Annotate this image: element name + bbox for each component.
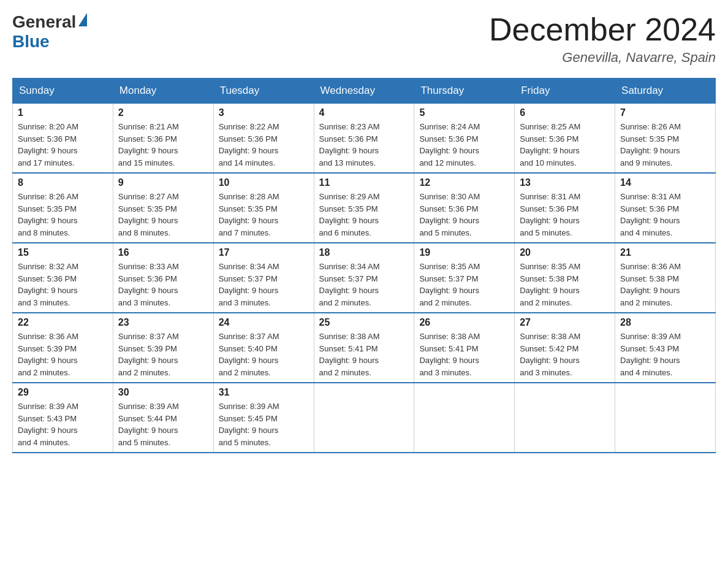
title-section: December 2024 Genevilla, Navarre, Spain [489,12,716,66]
logo: General Blue [12,12,87,52]
page-header: General Blue December 2024 Genevilla, Na… [12,12,716,66]
day-info: Sunrise: 8:37 AM Sunset: 5:40 PM Dayligh… [219,331,309,378]
logo-triangle-icon [78,13,87,26]
calendar-cell: 30 Sunrise: 8:39 AM Sunset: 5:44 PM Dayl… [113,383,213,453]
calendar-week-row: 29 Sunrise: 8:39 AM Sunset: 5:43 PM Dayl… [13,383,716,453]
day-number: 8 [18,177,108,188]
calendar-cell: 5 Sunrise: 8:24 AM Sunset: 5:36 PM Dayli… [414,104,515,174]
calendar-cell: 7 Sunrise: 8:26 AM Sunset: 5:35 PM Dayli… [615,104,716,174]
day-number: 21 [620,247,710,258]
day-number: 11 [319,177,409,188]
calendar-cell: 18 Sunrise: 8:34 AM Sunset: 5:37 PM Dayl… [314,243,414,313]
day-info: Sunrise: 8:21 AM Sunset: 5:36 PM Dayligh… [118,121,208,169]
day-number: 1 [18,107,108,118]
day-number: 12 [419,177,509,188]
day-number: 29 [18,387,108,398]
header-friday: Friday [515,79,615,104]
header-wednesday: Wednesday [314,79,414,104]
calendar-table: Sunday Monday Tuesday Wednesday Thursday… [12,78,716,453]
day-info: Sunrise: 8:34 AM Sunset: 5:37 PM Dayligh… [219,261,309,308]
day-number: 10 [219,177,309,188]
header-row: Sunday Monday Tuesday Wednesday Thursday… [13,79,716,104]
calendar-cell: 14 Sunrise: 8:31 AM Sunset: 5:36 PM Dayl… [615,173,716,243]
day-info: Sunrise: 8:34 AM Sunset: 5:37 PM Dayligh… [319,261,409,308]
day-info: Sunrise: 8:37 AM Sunset: 5:39 PM Dayligh… [118,331,208,378]
day-info: Sunrise: 8:27 AM Sunset: 5:35 PM Dayligh… [118,191,208,239]
day-number: 17 [219,247,309,258]
day-info: Sunrise: 8:39 AM Sunset: 5:44 PM Dayligh… [118,400,208,448]
day-number: 6 [520,107,610,118]
calendar-cell: 11 Sunrise: 8:29 AM Sunset: 5:35 PM Dayl… [314,173,414,243]
day-info: Sunrise: 8:36 AM Sunset: 5:38 PM Dayligh… [620,261,710,308]
day-number: 2 [118,107,208,118]
header-monday: Monday [113,79,213,104]
calendar-body: 1 Sunrise: 8:20 AM Sunset: 5:36 PM Dayli… [13,104,716,453]
day-info: Sunrise: 8:36 AM Sunset: 5:39 PM Dayligh… [18,331,108,378]
day-info: Sunrise: 8:26 AM Sunset: 5:35 PM Dayligh… [18,191,108,239]
day-info: Sunrise: 8:22 AM Sunset: 5:36 PM Dayligh… [219,121,309,169]
calendar-cell: 4 Sunrise: 8:23 AM Sunset: 5:36 PM Dayli… [314,104,414,174]
day-number: 5 [419,107,509,118]
day-info: Sunrise: 8:30 AM Sunset: 5:36 PM Dayligh… [419,191,509,239]
month-title: December 2024 [489,12,716,47]
day-number: 3 [219,107,309,118]
calendar-week-row: 8 Sunrise: 8:26 AM Sunset: 5:35 PM Dayli… [13,173,716,243]
calendar-cell: 15 Sunrise: 8:32 AM Sunset: 5:36 PM Dayl… [13,243,113,313]
day-number: 7 [620,107,710,118]
day-info: Sunrise: 8:38 AM Sunset: 5:42 PM Dayligh… [520,331,610,378]
calendar-cell: 27 Sunrise: 8:38 AM Sunset: 5:42 PM Dayl… [515,313,615,383]
calendar-cell [515,383,615,453]
calendar-cell: 3 Sunrise: 8:22 AM Sunset: 5:36 PM Dayli… [213,104,314,174]
calendar-cell: 1 Sunrise: 8:20 AM Sunset: 5:36 PM Dayli… [13,104,113,174]
day-number: 27 [520,317,610,328]
day-info: Sunrise: 8:35 AM Sunset: 5:38 PM Dayligh… [520,261,610,308]
calendar-cell: 2 Sunrise: 8:21 AM Sunset: 5:36 PM Dayli… [113,104,213,174]
calendar-cell: 25 Sunrise: 8:38 AM Sunset: 5:41 PM Dayl… [314,313,414,383]
calendar-cell: 13 Sunrise: 8:31 AM Sunset: 5:36 PM Dayl… [515,173,615,243]
calendar-cell: 17 Sunrise: 8:34 AM Sunset: 5:37 PM Dayl… [213,243,314,313]
calendar-cell: 24 Sunrise: 8:37 AM Sunset: 5:40 PM Dayl… [213,313,314,383]
calendar-cell: 8 Sunrise: 8:26 AM Sunset: 5:35 PM Dayli… [13,173,113,243]
calendar-week-row: 15 Sunrise: 8:32 AM Sunset: 5:36 PM Dayl… [13,243,716,313]
header-tuesday: Tuesday [213,79,314,104]
calendar-cell [314,383,414,453]
day-number: 26 [419,317,509,328]
day-number: 4 [319,107,409,118]
calendar-cell: 19 Sunrise: 8:35 AM Sunset: 5:37 PM Dayl… [414,243,515,313]
day-info: Sunrise: 8:31 AM Sunset: 5:36 PM Dayligh… [520,191,610,239]
day-number: 24 [219,317,309,328]
calendar-cell: 10 Sunrise: 8:28 AM Sunset: 5:35 PM Dayl… [213,173,314,243]
day-info: Sunrise: 8:28 AM Sunset: 5:35 PM Dayligh… [219,191,309,239]
day-info: Sunrise: 8:38 AM Sunset: 5:41 PM Dayligh… [419,331,509,378]
calendar-cell: 29 Sunrise: 8:39 AM Sunset: 5:43 PM Dayl… [13,383,113,453]
header-sunday: Sunday [13,79,113,104]
day-number: 16 [118,247,208,258]
calendar-cell: 9 Sunrise: 8:27 AM Sunset: 5:35 PM Dayli… [113,173,213,243]
calendar-cell: 12 Sunrise: 8:30 AM Sunset: 5:36 PM Dayl… [414,173,515,243]
calendar-cell: 22 Sunrise: 8:36 AM Sunset: 5:39 PM Dayl… [13,313,113,383]
day-number: 13 [520,177,610,188]
day-info: Sunrise: 8:38 AM Sunset: 5:41 PM Dayligh… [319,331,409,378]
day-info: Sunrise: 8:29 AM Sunset: 5:35 PM Dayligh… [319,191,409,239]
calendar-header: Sunday Monday Tuesday Wednesday Thursday… [13,79,716,104]
location-subtitle: Genevilla, Navarre, Spain [489,50,716,66]
header-thursday: Thursday [414,79,515,104]
calendar-week-row: 22 Sunrise: 8:36 AM Sunset: 5:39 PM Dayl… [13,313,716,383]
calendar-cell: 16 Sunrise: 8:33 AM Sunset: 5:36 PM Dayl… [113,243,213,313]
day-number: 18 [319,247,409,258]
logo-blue-text: Blue [12,32,50,51]
calendar-week-row: 1 Sunrise: 8:20 AM Sunset: 5:36 PM Dayli… [13,104,716,174]
day-info: Sunrise: 8:32 AM Sunset: 5:36 PM Dayligh… [18,261,108,308]
day-info: Sunrise: 8:31 AM Sunset: 5:36 PM Dayligh… [620,191,710,239]
calendar-cell: 21 Sunrise: 8:36 AM Sunset: 5:38 PM Dayl… [615,243,716,313]
day-info: Sunrise: 8:25 AM Sunset: 5:36 PM Dayligh… [520,121,610,169]
day-number: 31 [219,387,309,398]
logo-general-text: General [12,12,76,32]
day-info: Sunrise: 8:39 AM Sunset: 5:43 PM Dayligh… [18,400,108,448]
day-info: Sunrise: 8:33 AM Sunset: 5:36 PM Dayligh… [118,261,208,308]
calendar-cell: 6 Sunrise: 8:25 AM Sunset: 5:36 PM Dayli… [515,104,615,174]
calendar-cell: 20 Sunrise: 8:35 AM Sunset: 5:38 PM Dayl… [515,243,615,313]
calendar-cell: 31 Sunrise: 8:39 AM Sunset: 5:45 PM Dayl… [213,383,314,453]
day-info: Sunrise: 8:39 AM Sunset: 5:45 PM Dayligh… [219,400,309,448]
day-info: Sunrise: 8:23 AM Sunset: 5:36 PM Dayligh… [319,121,409,169]
